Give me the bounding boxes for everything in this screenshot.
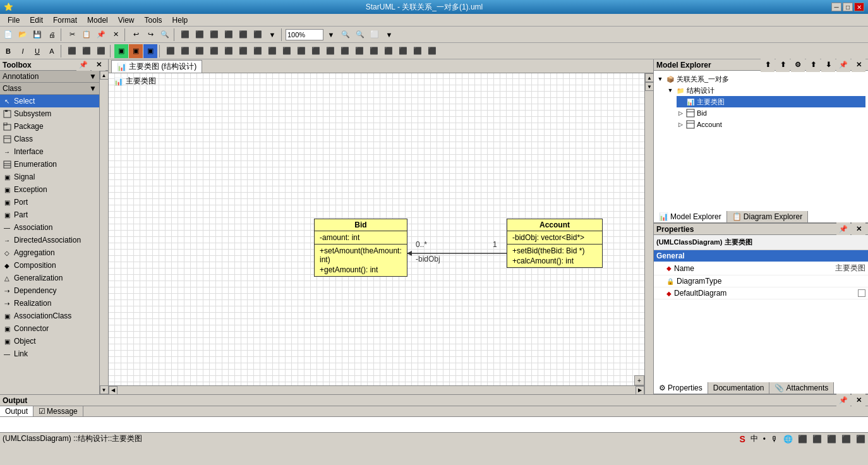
tb-btn-4[interactable]: ⬛ <box>222 28 236 42</box>
tree-item-structure[interactable]: ▼ 📁 结构设计 <box>666 85 865 96</box>
toolbox-pin[interactable]: 📌 <box>76 59 90 72</box>
tb2-btn-11[interactable]: ⬛ <box>309 44 323 58</box>
tb2-align-l[interactable]: ⬛ <box>65 44 79 58</box>
zoom-out[interactable]: 🔍 <box>353 28 367 42</box>
output-close[interactable]: ✕ <box>852 394 865 408</box>
tab-diagram-explorer[interactable]: 📋 Diagram Explorer <box>727 211 808 222</box>
cut-button[interactable]: ✂ <box>65 28 79 42</box>
prop-close[interactable]: ✕ <box>852 222 865 236</box>
toolbox-scroll-down[interactable]: ▼ <box>100 385 109 394</box>
menu-edit[interactable]: Edit <box>25 15 48 26</box>
output-tab-message[interactable]: ☑ Message <box>33 406 83 416</box>
tb2-btn-15[interactable]: ⬛ <box>367 44 381 58</box>
tb2-btn-1[interactable]: ⬛ <box>164 44 178 58</box>
toolbox-item-port[interactable]: ▣ Port <box>0 196 99 208</box>
scroll-x-left[interactable]: ◀ <box>109 386 118 395</box>
tree-item-root[interactable]: ▼ 📦 关联关系_一对多 <box>656 73 865 85</box>
tb2-btn-10[interactable]: ⬛ <box>294 44 308 58</box>
zoom-down[interactable]: ▼ <box>324 28 338 42</box>
zoom-in[interactable]: 🔍 <box>339 28 353 42</box>
scroll-y-up[interactable]: ▲ <box>645 73 653 82</box>
canvas-scroll-y[interactable]: ▲ ▼ <box>644 73 653 394</box>
tb-btn-6[interactable]: ⬛ <box>251 28 265 42</box>
tb2-btn-6[interactable]: ⬛ <box>236 44 250 58</box>
tb2-font-italic[interactable]: I <box>16 44 30 58</box>
bid-class[interactable]: Bid -amount: int +setAmount(theAmount: i… <box>314 219 407 277</box>
tb2-btn-16[interactable]: ⬛ <box>382 44 395 58</box>
me-close[interactable]: ✕ <box>852 58 865 72</box>
props-dd-checkbox[interactable] <box>858 289 865 297</box>
toolbox-item-associationclass[interactable]: ▣ AssociationClass <box>0 310 99 322</box>
scroll-y-down[interactable]: ▼ <box>645 82 653 91</box>
canvas[interactable]: 📊 主要类图 0..* 1 -bidObj Bid -amount: int <box>109 73 653 394</box>
tb2-align-c[interactable]: ⬛ <box>80 44 93 58</box>
canvas-zoom-corner[interactable]: + <box>634 375 644 385</box>
tab-attachments[interactable]: 📎 Attachments <box>769 382 834 394</box>
me-icon-4[interactable]: ⬆ <box>806 58 820 72</box>
toolbox-section-annotation[interactable]: Annotation ▼ <box>0 71 99 83</box>
tree-item-diagram[interactable]: 📊 主要类图 <box>677 96 865 107</box>
paste-button[interactable]: 📌 <box>94 28 108 42</box>
tb-btn-1[interactable]: ⬛ <box>178 28 192 42</box>
toolbox-item-composition[interactable]: ◆ Composition <box>0 259 99 272</box>
tb2-align-r[interactable]: ⬛ <box>94 44 108 58</box>
toolbox-item-aggregation[interactable]: ◇ Aggregation <box>0 246 99 259</box>
tab-properties[interactable]: ⚙ Properties <box>654 382 708 394</box>
tree-item-bid[interactable]: ▷ Bid <box>677 107 865 119</box>
toolbox-section-class[interactable]: Class ▼ <box>0 83 99 95</box>
tb2-btn-12[interactable]: ⬛ <box>323 44 337 58</box>
toolbox-item-enumeration[interactable]: Enumeration <box>0 158 99 171</box>
tb2-color1[interactable]: ▣ <box>114 44 128 58</box>
minimize-button[interactable]: ─ <box>831 3 841 11</box>
canvas-scroll-x[interactable]: ◀ ▶ <box>109 385 644 394</box>
toolbox-item-subsystem[interactable]: Subsystem <box>0 107 99 120</box>
me-icon-3[interactable]: ⚙ <box>791 58 805 72</box>
tb2-btn-2[interactable]: ⬛ <box>178 44 192 58</box>
menu-help[interactable]: Help <box>167 15 193 26</box>
zoom-fit-arrow[interactable]: ▼ <box>382 28 396 42</box>
tab-documentation[interactable]: Documentation <box>708 382 770 394</box>
tree-item-account[interactable]: ▷ Account <box>677 119 865 130</box>
find-button[interactable]: 🔍 <box>158 28 172 42</box>
toolbox-item-generalization[interactable]: △ Generalization <box>0 272 99 284</box>
toolbox-item-exception[interactable]: ▣ Exception <box>0 183 99 196</box>
tab-model-explorer[interactable]: 📊 Model Explorer <box>654 211 727 222</box>
close-button[interactable]: ✕ <box>854 3 864 11</box>
copy-button[interactable]: 📋 <box>80 28 93 42</box>
print-button[interactable]: 🖨 <box>45 28 59 42</box>
tb2-btn-19[interactable]: ⬛ <box>425 44 439 58</box>
open-button[interactable]: 📂 <box>16 28 30 42</box>
delete-button[interactable]: ✕ <box>109 28 123 42</box>
toolbox-close[interactable]: ✕ <box>92 59 105 72</box>
toolbox-item-part[interactable]: ▣ Part <box>0 208 99 221</box>
output-pin[interactable]: 📌 <box>836 394 850 408</box>
save-button[interactable]: 💾 <box>30 28 44 42</box>
toolbox-item-package[interactable]: Package <box>0 120 99 133</box>
tb2-color2[interactable]: ▣ <box>129 44 143 58</box>
tb2-btn-17[interactable]: ⬛ <box>396 44 410 58</box>
new-button[interactable]: 📄 <box>1 28 15 42</box>
prop-pin[interactable]: 📌 <box>836 222 850 236</box>
toolbox-item-connector[interactable]: ▣ Connector <box>0 322 99 335</box>
output-tab-output[interactable]: Output <box>0 406 33 416</box>
me-icon-1[interactable]: ⬆ <box>761 58 775 72</box>
menu-format[interactable]: Format <box>48 15 82 26</box>
toolbox-item-association[interactable]: — Association <box>0 221 99 234</box>
menu-tools[interactable]: Tools <box>140 15 167 26</box>
tb-btn-7[interactable]: ▼ <box>265 28 279 42</box>
tb2-color3[interactable]: ▣ <box>143 44 157 58</box>
toolbox-item-directedassociation[interactable]: → DirectedAssociation <box>0 234 99 246</box>
tb2-btn-9[interactable]: ⬛ <box>280 44 294 58</box>
toolbox-scroll-up[interactable]: ▲ <box>100 71 109 80</box>
tab-main[interactable]: 📊 主要类图 (结构设计) <box>111 60 202 73</box>
toolbox-item-signal[interactable]: ▣ Signal <box>0 171 99 183</box>
toolbox-item-realization[interactable]: ⇢ Realization <box>0 297 99 310</box>
zoom-input[interactable]: 100% <box>286 29 323 40</box>
tb-btn-2[interactable]: ⬛ <box>193 28 207 42</box>
toolbox-item-interface[interactable]: → Interface <box>0 145 99 158</box>
tb2-font-size[interactable]: A <box>45 44 59 58</box>
tb2-btn-4[interactable]: ⬛ <box>207 44 221 58</box>
me-icon-5[interactable]: ⬇ <box>821 58 835 72</box>
toolbox-item-class[interactable]: Class <box>0 133 99 145</box>
undo-button[interactable]: ↩ <box>129 28 143 42</box>
